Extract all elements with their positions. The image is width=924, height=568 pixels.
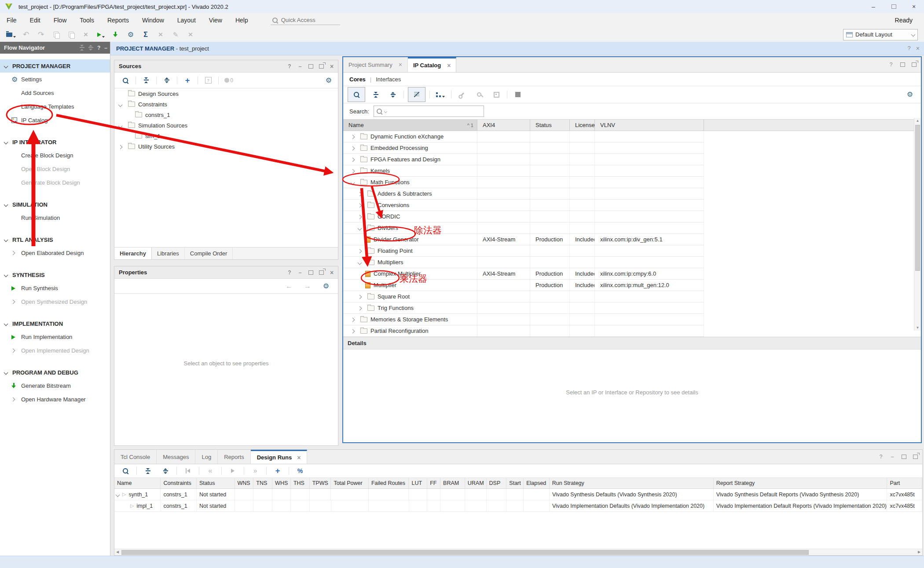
search-icon[interactable] — [119, 75, 132, 86]
open-project-icon[interactable] — [4, 29, 18, 40]
column-header-uram[interactable]: URAM — [465, 478, 487, 488]
help-scope-icon[interactable]: ? — [202, 75, 215, 86]
flownav-item-language-templates[interactable]: Language Templates — [0, 100, 110, 113]
float-icon[interactable] — [910, 61, 917, 68]
column-header-license[interactable]: License — [570, 120, 595, 131]
flownav-item-ip-catalog[interactable]: IP Catalog — [0, 113, 110, 127]
source-item-utility-sources[interactable]: Utility Sources — [114, 141, 338, 152]
copy-icon[interactable] — [49, 29, 62, 40]
scrollbar-thumb[interactable] — [915, 125, 920, 271]
source-item-design-sources[interactable]: Design Sources — [114, 88, 338, 99]
ip-search-box[interactable] — [374, 106, 484, 117]
maximize-icon[interactable] — [900, 453, 907, 460]
step-first-icon[interactable] — [181, 465, 194, 477]
ip-row-divider-generator[interactable]: Divider GeneratorAXI4-StreamProductionIn… — [343, 234, 704, 245]
subtab-interfaces[interactable]: Interfaces — [376, 76, 401, 83]
ip-row-conversions[interactable]: Conversions — [343, 200, 704, 211]
column-header-status[interactable]: Status — [197, 478, 235, 488]
menu-help[interactable]: Help — [229, 17, 255, 24]
subtab-cores[interactable]: Cores — [349, 76, 366, 83]
expand-all-icon[interactable] — [88, 45, 93, 51]
horizontal-scrollbar[interactable]: ◀ ▶ — [114, 549, 922, 555]
flownav-item-open-elaborated-design[interactable]: Open Elaborated Design — [0, 246, 110, 260]
close-icon[interactable] — [328, 269, 335, 276]
flownav-header-simulation[interactable]: SIMULATION — [0, 198, 110, 211]
tab-reports[interactable]: Reports — [218, 450, 251, 464]
layout-selector[interactable]: Default Layout — [843, 29, 918, 40]
flownav-item-run-synthesis[interactable]: Run Synthesis — [0, 281, 110, 295]
source-item-constrs-1[interactable]: constrs_1 — [114, 109, 338, 120]
tab-libraries[interactable]: Libraries — [152, 248, 185, 259]
redo-icon[interactable]: ↷ — [34, 29, 48, 40]
tab-messages[interactable]: Messages — [157, 450, 195, 464]
menu-file[interactable]: File — [0, 17, 23, 24]
column-header-bram[interactable]: BRAM — [440, 478, 465, 488]
forward-icon[interactable]: → — [301, 280, 314, 292]
paste-icon[interactable] — [64, 29, 77, 40]
minimize-icon[interactable] — [297, 63, 304, 70]
minimize-icon[interactable] — [104, 45, 107, 51]
scroll-right-icon[interactable]: ▶ — [916, 549, 922, 555]
ip-row-complex-multiplier[interactable]: Complex MultiplierAXI4-StreamProductionI… — [343, 268, 704, 280]
flownav-header-rtl-analysis[interactable]: RTL ANALYSIS — [0, 233, 110, 246]
info-icon[interactable] — [511, 89, 524, 100]
resume-icon[interactable] — [226, 465, 239, 477]
flownav-item-open-block-design[interactable]: Open Block Design — [0, 162, 110, 176]
add-icon[interactable]: + — [271, 465, 284, 477]
quick-access-box[interactable] — [271, 15, 340, 25]
float-icon[interactable] — [912, 453, 919, 460]
scroll-down-icon[interactable]: ▼ — [914, 326, 921, 330]
run-row-impl-1[interactable]: ▷impl_1constrs_1Not startedVivado Implem… — [114, 500, 922, 512]
abort-icon[interactable]: × — [154, 29, 167, 40]
report-icon[interactable]: Σ — [139, 29, 152, 40]
badge-icon[interactable]: 0 — [222, 75, 235, 86]
search-icon[interactable] — [119, 465, 132, 477]
add-repository-icon[interactable] — [490, 89, 503, 100]
flownav-header-project-manager[interactable]: PROJECT MANAGER — [0, 59, 110, 73]
help-icon[interactable] — [97, 45, 100, 51]
source-item-simulation-sources[interactable]: Simulation Sources — [114, 120, 338, 131]
flownav-item-add-sources[interactable]: Add Sources — [0, 86, 110, 100]
column-header-whs[interactable]: WHS — [272, 478, 291, 488]
generate-bitstream-icon[interactable] — [109, 29, 122, 40]
column-header-wns[interactable]: WNS — [235, 478, 254, 488]
undo-icon[interactable]: ↶ — [19, 29, 33, 40]
ip-row-kernels[interactable]: Kernels — [343, 165, 704, 177]
ip-row-math-functions[interactable]: Math Functions — [343, 177, 704, 188]
flownav-item-generate-block-design[interactable]: Generate Block Design — [0, 176, 110, 189]
flownav-header-program-and-debug[interactable]: PROGRAM AND DEBUG — [0, 366, 110, 379]
license-key-icon[interactable] — [473, 89, 486, 100]
settings-icon[interactable]: ⚙ — [903, 89, 917, 100]
ip-search-input[interactable] — [389, 108, 475, 115]
vertical-scrollbar[interactable]: ▲ ▼ — [914, 118, 921, 331]
flownav-header-ip-integrator[interactable]: IP INTEGRATOR — [0, 135, 110, 149]
flownav-item-open-synthesized-design[interactable]: Open Synthesized Design — [0, 295, 110, 309]
flownav-item-open-hardware-manager[interactable]: Open Hardware Manager — [0, 393, 110, 406]
settings-icon[interactable]: ⚙ — [319, 280, 333, 292]
fast-backward-icon[interactable]: « — [204, 465, 217, 477]
column-header-constraints[interactable]: Constraints — [161, 478, 197, 488]
ip-row-embedded-processing[interactable]: Embedded Processing — [343, 142, 704, 154]
maximize-icon[interactable] — [307, 269, 314, 276]
expand-all-icon[interactable] — [159, 465, 172, 477]
flownav-item-settings[interactable]: ⚙Settings — [0, 73, 110, 86]
menu-reports[interactable]: Reports — [101, 17, 136, 24]
run-row-synth-1[interactable]: ▷synth_1constrs_1Not startedVivado Synth… — [114, 489, 922, 500]
column-header-name[interactable]: Name — [114, 478, 161, 488]
close-icon[interactable] — [916, 45, 920, 52]
percent-icon[interactable]: % — [293, 465, 307, 477]
ip-row-fpga-features-and-design[interactable]: FPGA Features and Design — [343, 154, 704, 165]
column-header-tpws[interactable]: TPWS — [310, 478, 331, 488]
column-header-name[interactable]: Name^ 1 — [343, 120, 477, 131]
ip-row-dividers[interactable]: Dividers — [343, 222, 704, 234]
column-header-vlnv[interactable]: VLNV — [595, 120, 704, 131]
menu-window[interactable]: Window — [136, 17, 171, 24]
scroll-up-icon[interactable]: ▲ — [914, 119, 921, 123]
menu-edit[interactable]: Edit — [23, 17, 47, 24]
ip-row-trig-functions[interactable]: Trig Functions — [343, 302, 704, 314]
discard-icon[interactable]: × — [184, 29, 197, 40]
edit-icon[interactable]: ✎ — [169, 29, 182, 40]
collapse-all-icon[interactable] — [80, 45, 84, 51]
ip-row-partial-reconfiguration[interactable]: Partial Reconfiguration — [343, 325, 704, 337]
help-icon[interactable] — [286, 269, 293, 276]
